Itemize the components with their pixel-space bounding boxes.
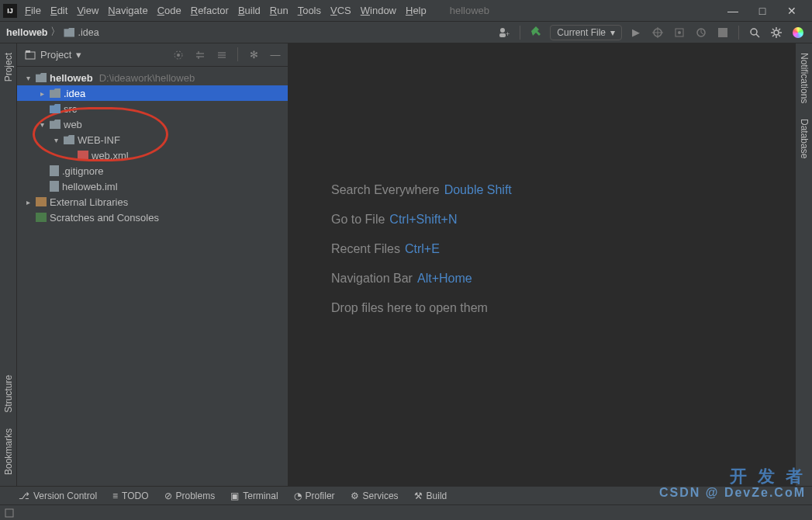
svg-point-12 xyxy=(774,30,779,35)
bottom-tab-build[interactable]: ⚒Build xyxy=(414,491,447,501)
hammer-icon[interactable] xyxy=(528,25,544,40)
tree-label: web.xml xyxy=(92,150,129,161)
svg-text:+: + xyxy=(506,30,510,38)
bottom-tab-terminal[interactable]: ▣Terminal xyxy=(230,491,278,501)
rainbow-icon[interactable] xyxy=(790,25,806,40)
profile-icon[interactable] xyxy=(693,25,709,40)
tree-label: helloweb.iml xyxy=(62,181,118,192)
watermark-cn: 开 发 者 xyxy=(659,467,806,486)
maximize-button[interactable]: □ xyxy=(756,5,769,17)
svg-rect-9 xyxy=(718,28,727,37)
tree-row[interactable]: Scratches and Consoles xyxy=(17,210,288,225)
svg-rect-25 xyxy=(5,509,13,517)
expand-all-icon[interactable] xyxy=(192,47,208,63)
menu-build[interactable]: Build xyxy=(238,5,261,16)
tree-arrow[interactable]: ▾ xyxy=(37,120,47,129)
gutter-structure[interactable]: Structure xyxy=(2,369,16,419)
menu-run[interactable]: Run xyxy=(270,5,289,16)
svg-rect-22 xyxy=(26,50,30,53)
menu-view[interactable]: View xyxy=(77,5,98,16)
breadcrumb-root[interactable]: helloweb xyxy=(6,27,47,38)
run-icon[interactable]: ▶ xyxy=(628,25,644,40)
main-menu: FileEditViewNavigateCodeRefactorBuildRun… xyxy=(25,5,427,16)
tab-icon: ⚒ xyxy=(414,491,423,501)
tree-row[interactable]: ▸.idea xyxy=(17,85,288,101)
run-config-label: Current File xyxy=(557,27,606,38)
coverage-icon[interactable] xyxy=(672,25,687,40)
gutter-bookmarks[interactable]: Bookmarks xyxy=(2,422,16,481)
close-button[interactable]: ✕ xyxy=(786,5,798,17)
menu-file[interactable]: File xyxy=(25,5,41,16)
stop-icon[interactable] xyxy=(715,25,731,40)
window-controls: — □ ✕ xyxy=(727,5,809,17)
bottom-tab-problems[interactable]: ⊘Problems xyxy=(164,491,216,501)
menu-help[interactable]: Help xyxy=(406,5,427,16)
search-icon[interactable] xyxy=(747,25,762,40)
debug-icon[interactable] xyxy=(650,25,665,40)
folder-icon xyxy=(50,104,60,113)
hide-icon[interactable]: — xyxy=(268,47,283,63)
tip-label: Drop files here to open them xyxy=(331,301,488,314)
tree-label: WEB-INF xyxy=(78,134,120,146)
bottom-tab-profiler[interactable]: ◔Profiler xyxy=(294,491,335,501)
menu-navigate[interactable]: Navigate xyxy=(108,5,147,16)
tip-row: Drop files here to open them xyxy=(331,301,488,315)
select-opened-icon[interactable] xyxy=(171,47,186,63)
tree-row[interactable]: src xyxy=(17,101,288,116)
project-icon xyxy=(25,50,36,61)
scratch-icon xyxy=(36,213,47,222)
tree-row[interactable]: ▾hellowebD:\ideawork\helloweb xyxy=(17,70,288,85)
minimize-button[interactable]: — xyxy=(727,5,739,17)
tree-arrow[interactable]: ▸ xyxy=(23,198,33,206)
tip-shortcut: Alt+Home xyxy=(417,272,472,285)
tree-row[interactable]: helloweb.iml xyxy=(17,179,288,194)
tree-arrow[interactable]: ▸ xyxy=(37,89,47,98)
menu-edit[interactable]: Edit xyxy=(50,5,67,16)
tree-row[interactable]: ▸External Libraries xyxy=(17,194,288,210)
folder-icon xyxy=(64,28,74,37)
svg-line-11 xyxy=(756,34,759,37)
svg-point-24 xyxy=(177,54,180,57)
sidebar-header: Project ▾ ✻ — xyxy=(17,43,288,67)
tree-row[interactable]: ▾WEB-INF xyxy=(17,132,288,147)
menu-vcs[interactable]: VCS xyxy=(330,5,351,16)
folder-icon xyxy=(50,120,60,129)
user-icon[interactable]: + xyxy=(496,25,512,40)
status-icon[interactable] xyxy=(5,508,14,518)
bottom-tab-todo[interactable]: ≡TODO xyxy=(112,491,148,501)
bottom-tab-services[interactable]: ⚙Services xyxy=(351,491,399,501)
tree-row[interactable]: ▾web xyxy=(17,116,288,132)
breadcrumb-item[interactable]: .idea xyxy=(78,27,98,38)
tab-icon: ⊘ xyxy=(164,491,172,501)
collapse-all-icon[interactable] xyxy=(214,47,230,63)
app-logo: IJ xyxy=(3,4,17,18)
tip-label: Navigation Bar xyxy=(331,272,413,285)
tree-row[interactable]: .gitignore xyxy=(17,163,288,179)
bottom-tab-version-control[interactable]: ⎇Version Control xyxy=(19,491,97,501)
gear-icon[interactable] xyxy=(769,25,784,40)
tip-row: Navigation BarAlt+Home xyxy=(331,272,472,286)
gear-icon[interactable]: ✻ xyxy=(246,47,261,63)
watermark: 开 发 者 CSDN @ DevZe.CoM xyxy=(659,467,806,500)
project-tree: ▾hellowebD:\ideawork\helloweb▸.ideasrc▾w… xyxy=(17,67,288,228)
run-config-selector[interactable]: Current File ▾ xyxy=(550,25,622,40)
menu-tools[interactable]: Tools xyxy=(298,5,321,16)
project-sidebar: Project ▾ ✻ — ▾hellowebD:\ideawork\hel xyxy=(17,43,289,486)
sidebar-title[interactable]: Project ▾ xyxy=(25,49,81,61)
menu-refactor[interactable]: Refactor xyxy=(191,5,229,16)
watermark-en: CSDN @ DevZe.CoM xyxy=(659,486,806,500)
tree-arrow[interactable]: ▾ xyxy=(23,74,33,82)
window-title: helloweb xyxy=(450,5,489,16)
tree-arrow[interactable]: ▾ xyxy=(51,136,60,144)
gutter-project[interactable]: Project xyxy=(2,47,16,88)
left-gutter: ProjectStructureBookmarks xyxy=(0,43,17,486)
gutter-notifications[interactable]: Notifications xyxy=(797,47,811,109)
gutter-database[interactable]: Database xyxy=(797,113,811,165)
divider xyxy=(738,26,739,40)
tree-row[interactable]: web.xml xyxy=(17,147,288,163)
svg-rect-21 xyxy=(26,52,35,59)
tab-icon: ▣ xyxy=(230,491,239,501)
menu-code[interactable]: Code xyxy=(157,5,181,16)
breadcrumb[interactable]: helloweb 〉 .idea xyxy=(6,26,99,39)
menu-window[interactable]: Window xyxy=(361,5,396,16)
